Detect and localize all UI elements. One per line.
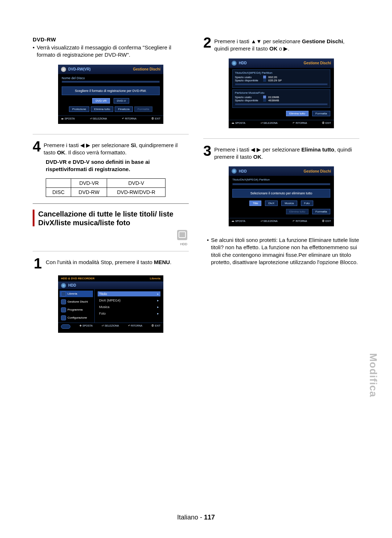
hdd-small-icon [61, 283, 66, 288]
step-4-number: 4 [33, 140, 41, 153]
osd2-r-title: Titolo▸ [98, 291, 160, 296]
programme-icon [61, 307, 66, 312]
osd2-top-right: Libreria [150, 277, 160, 280]
osd3-foot-sel: ⏎ SELEZIONA [261, 122, 278, 125]
formats-h0 [46, 178, 71, 187]
side-tab: Modifica [367, 353, 379, 397]
osd1-btn-protect: Protezione [69, 106, 89, 112]
step-1-text: Con l'unità in modalità Stop, premere il… [46, 257, 171, 266]
osd-dvdrw-format: DVD-RW(VR) Gestione Dischi Nome del Disc… [58, 65, 163, 124]
osd4-btn-music: Musica [281, 201, 297, 206]
osd4-bottom-row: Elimina tutto Formatta [232, 209, 330, 214]
osd4-choice-row: Title DivX Musica Foto [232, 201, 330, 206]
osd1-header: DVD-RW(VR) Gestione Dischi [58, 65, 163, 74]
osd4-footer: ◂▸ SPOSTA ⏎ SELEZIONA ↶ RITORNA ⦿ EXIT [229, 218, 334, 225]
osd2-foot-ret: ↶ RITORNA [128, 324, 142, 329]
osd3-foot-exit: ⦿ EXIT [322, 122, 331, 125]
dvdrw-bullet-text: Verrà visualizzato il messaggio di confe… [37, 44, 189, 59]
osd3-footer: ◂▸ SPOSTA ⏎ SELEZIONA ↶ RITORNA ⦿ EXIT [229, 120, 334, 127]
chevron-right-icon: ▸ [157, 299, 159, 302]
osd2-device: HDD [58, 282, 163, 289]
osd1-message: Scegliere il formato di registrazione pe… [62, 86, 160, 95]
osd4-foot-move: ◂▸ SPOSTA [232, 220, 245, 223]
osd-disc-manager: HDD Gestione Dischi Titolo/DivX(MPEG4) P… [229, 58, 334, 128]
chevron-right-icon: ▸ [157, 292, 159, 296]
osd1-title: DVD-RW(VR) [68, 67, 90, 71]
osd3-device: HDD [239, 61, 247, 65]
osd3-header: HDD Gestione Dischi [229, 58, 334, 68]
hdd-small-icon [232, 61, 237, 66]
two-column-layout: DVD-RW • Verrà visualizzato il messaggio… [33, 36, 359, 343]
hdd-small-icon [232, 169, 237, 174]
osd1-foot-exit: ⦿ EXIT [151, 117, 160, 120]
osd4-body: Titolo/DivX(MPEG4) Partition Selezionare… [229, 176, 334, 218]
osd1-fmt-row: DVD-VR DVD-V [62, 98, 160, 104]
section-heading: Cancellazione di tutte le liste titoli/ … [33, 210, 189, 227]
osd1-foot-move: ◂▸ SPOSTA [61, 117, 75, 120]
setup-icon [61, 315, 66, 320]
osd3-foot-ret: ↶ RITORNA [293, 122, 307, 125]
step-1-number: 1 [33, 257, 43, 270]
osd1-foot-sel: ⏎ SELEZIONA [90, 117, 107, 120]
osd2-topbar: HDD & DVD RECORDER Libreria [58, 275, 163, 282]
osd4-p1-bar [232, 183, 330, 185]
osd1-btn-erase: Elimina tutto [91, 106, 113, 112]
osd4-btn-divx: DivX [265, 201, 278, 206]
dvdrw-heading: DVD-RW [33, 36, 189, 43]
osd3-p1-used: Spazio usato002:20 [235, 76, 328, 79]
osd4-foot-exit: ⦿ EXIT [322, 220, 331, 223]
osd4-header: HDD Gestione Dischi [229, 166, 334, 176]
step-1: 1 Con l'unità in modalità Stop, premere … [33, 257, 189, 270]
page: DVD-RW • Verrà visualizzato il messaggio… [0, 0, 392, 538]
osd4-top-right: Gestione Dischi [303, 169, 331, 173]
formats-r1c0: DISC [46, 187, 71, 197]
chevron-right-icon: ▸ [157, 312, 159, 315]
bullet-dot: • [33, 44, 34, 59]
discmgr-icon [61, 299, 66, 304]
osd2-anykey [61, 324, 70, 329]
formats-h1: DVD-VR [71, 178, 107, 187]
osd-library-menu: HDD & DVD RECORDER Libreria HDD Libreria… [58, 275, 163, 333]
osd4-btn-format: Formatta [312, 209, 330, 214]
step-3-text: Premere i tasti ◀ ▶ per selezionare Elim… [214, 145, 359, 161]
osd2-r-photo: Foto▸ [98, 311, 160, 316]
divider [33, 203, 189, 204]
right-note-text: Se alcuni titoli sono protetti: La funzi… [211, 236, 359, 266]
right-note-bullet: • Se alcuni titoli sono protetti: La fun… [203, 236, 359, 266]
footer-lang: Italiano - [177, 514, 204, 521]
osd4-btn-title: Title [249, 201, 261, 206]
footer-page-number: 117 [204, 514, 215, 521]
step-3-number: 3 [203, 145, 211, 157]
osd1-btn-v: DVD-V [114, 98, 129, 104]
formats-r1c1: DVD-RW [71, 187, 107, 197]
osd3-p1-bar [235, 83, 328, 85]
osd3-part2: Partizione Musica/Foto Spazio usato0119M… [232, 89, 330, 108]
osd2-foot-sel: ⏎ SELEZIONA [102, 324, 119, 329]
osd1-name-field [62, 81, 160, 83]
square-icon [263, 79, 266, 82]
osd2-r-divx: DivX (MPEG4)▸ [98, 298, 160, 303]
osd1-top-right: Gestione Dischi [133, 67, 160, 71]
step-4-text: Premere i tasti ◀ ▶ per selezionare Sì, … [44, 140, 189, 157]
osd4-btn-erase: Elimina tutto [286, 209, 309, 214]
osd3-part1: Titolo/DivX(MPEG4) Partition Spazio usat… [232, 69, 330, 88]
osd2-menu-library: Libreria [60, 291, 93, 297]
osd3-body: Titolo/DivX(MPEG4) Partition Spazio usat… [229, 68, 334, 120]
step-2-text: Premere i tasti ▲▼ per selezionare Gesti… [214, 36, 359, 53]
osd1-btn-format: Formatta [134, 106, 152, 112]
step-4: 4 Premere i tasti ◀ ▶ per selezionare Sì… [33, 140, 189, 157]
osd2-device-name: HDD [68, 283, 76, 287]
osd2-footer: ✥ SPOSTA ⏎ SELEZIONA ↶ RITORNA ⦿ EXIT [58, 323, 163, 331]
square-icon [263, 96, 266, 98]
page-footer: Italiano - 117 [0, 514, 392, 521]
osd1-footer: ◂▸ SPOSTA ⏎ SELEZIONA ↶ RITORNA ⦿ EXIT [58, 116, 163, 122]
left-column: DVD-RW • Verrà visualizzato il messaggio… [33, 36, 189, 343]
step-2: 2 Premere i tasti ▲▼ per selezionare Ges… [203, 36, 359, 53]
osd2-foot-exit: ⦿ EXIT [151, 324, 160, 329]
formats-r1c2: DVD-RW/DVD-R [107, 187, 166, 197]
square-icon [263, 76, 266, 78]
divider [203, 138, 359, 139]
divider [33, 251, 189, 251]
osd4-part1-title: Titolo/DivX(MPEG4) Partition [232, 177, 330, 182]
osd2-foot-move: ✥ SPOSTA [79, 324, 93, 329]
